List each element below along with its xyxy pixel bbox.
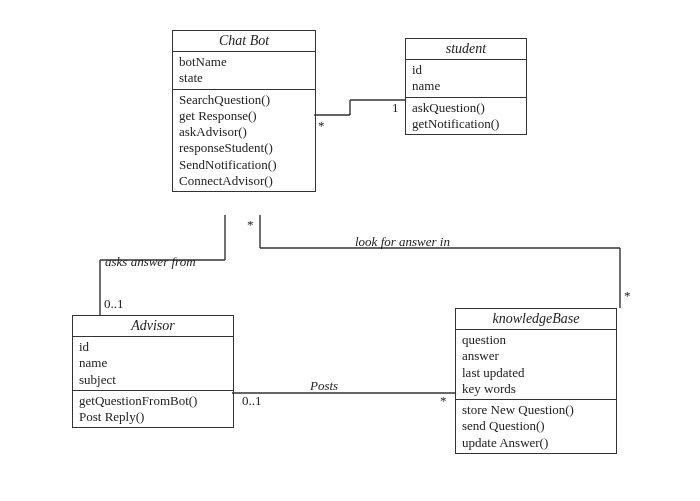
mult-advisor-kb-right: * xyxy=(440,393,447,409)
class-kb-methods: store New Question() send Question() upd… xyxy=(456,400,616,453)
label-look-for-answer-in: look for answer in xyxy=(355,234,450,250)
class-chatbot-methods: SearchQuestion() get Response() askAdvis… xyxy=(173,90,315,192)
class-advisor: Advisor id name subject getQuestionFromB… xyxy=(72,315,234,428)
class-knowledgebase: knowledgeBase question answer last updat… xyxy=(455,308,617,454)
uml-class-diagram: { "classes": { "chatbot": { "name": "Cha… xyxy=(0,0,700,501)
label-posts: Posts xyxy=(310,378,338,394)
mult-chatbot-advisor: 0..1 xyxy=(104,296,124,312)
class-advisor-methods: getQuestionFromBot() Post Reply() xyxy=(73,391,233,428)
class-student: student id name askQuestion() getNotific… xyxy=(405,38,527,135)
mult-advisor-kb-left: 0..1 xyxy=(242,393,262,409)
class-student-title: student xyxy=(406,39,526,60)
label-asks-answer-from: asks answer from xyxy=(105,254,196,270)
class-chatbot: Chat Bot botName state SearchQuestion() … xyxy=(172,30,316,192)
class-chatbot-attrs: botName state xyxy=(173,52,315,90)
mult-chatbot-kb-star-bottom: * xyxy=(624,288,631,304)
class-student-methods: askQuestion() getNotification() xyxy=(406,98,526,135)
class-chatbot-title: Chat Bot xyxy=(173,31,315,52)
class-student-attrs: id name xyxy=(406,60,526,98)
class-kb-title: knowledgeBase xyxy=(456,309,616,330)
mult-chatbot-student-one: 1 xyxy=(392,100,399,116)
mult-chatbot-student-star: * xyxy=(318,118,325,134)
mult-chatbot-kb-star-top: * xyxy=(247,217,254,233)
class-kb-attrs: question answer last updated key words xyxy=(456,330,616,400)
class-advisor-attrs: id name subject xyxy=(73,337,233,391)
class-advisor-title: Advisor xyxy=(73,316,233,337)
